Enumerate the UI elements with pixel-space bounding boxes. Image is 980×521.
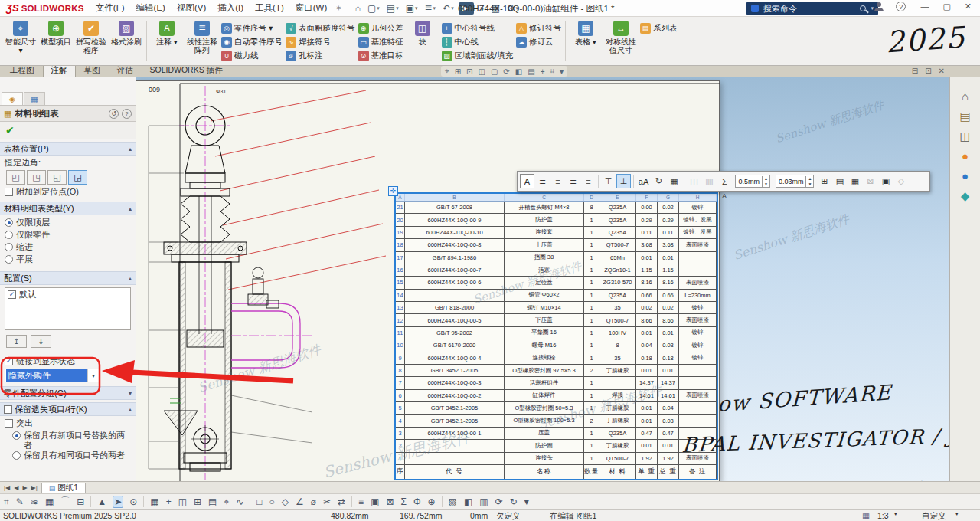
radio-button[interactable] <box>5 218 13 227</box>
toolbar-icon[interactable]: ↻ <box>509 496 518 507</box>
toolbar-icon[interactable]: Σ <box>400 496 407 507</box>
menu-item[interactable]: 工具(T) <box>250 1 289 15</box>
bom-type-option[interactable]: 仅限零件 <box>5 230 131 240</box>
toolbar-icon[interactable]: ▤ <box>207 496 217 507</box>
ribbon-button-拼写检验程序[interactable]: ✔拼写检验程序 <box>74 18 109 64</box>
border-icon[interactable]: ▦ <box>848 174 862 188</box>
bom-table-row[interactable]: 20600HZ44X-10Q-00-9防护盖1Q235A0.290.29镀锌、发… <box>396 213 717 225</box>
bom-table-row[interactable]: 21GB/T 67-2008开槽盘头螺钉 M4×88Q235A0.000.02镀… <box>396 202 717 213</box>
grid-icon[interactable]: ▦ <box>862 511 870 520</box>
graphics-area[interactable]: 009 Φ31 <box>136 77 949 481</box>
ribbon-button-磁力线[interactable]: ∪磁力线 <box>221 49 283 62</box>
corner-anchor-button[interactable]: ◱ <box>47 170 67 185</box>
ok-check-icon[interactable]: ✔ <box>5 124 15 136</box>
bom-table-row[interactable]: 10GB/T 6170-2000螺母 M16180.040.03镀锌 <box>396 339 717 351</box>
toolbar-icon[interactable]: ✎ <box>15 496 24 507</box>
strikeout-row[interactable]: 突出 <box>5 418 131 428</box>
align-middle-icon[interactable]: ⊥ <box>616 174 631 188</box>
help-icon[interactable]: ? <box>896 2 906 11</box>
strikeout-checkbox[interactable] <box>5 419 13 428</box>
bom-table-row[interactable]: 18600HZ44X-10Q-00-8上压盖1QT500-73.683.68表面… <box>396 238 717 251</box>
ribbon-button-自动零件序号[interactable]: ◉自动零件序号 <box>221 35 283 48</box>
scenes-icon[interactable]: ● <box>962 169 969 182</box>
ribbon-button-基准特征[interactable]: ▭基准特征 <box>358 35 403 48</box>
change-case-icon[interactable]: aA <box>636 174 651 188</box>
ribbon-button-几何公差[interactable]: ⊕几何公差 <box>358 21 403 34</box>
toolbar-icon[interactable]: ▦ <box>44 496 54 507</box>
bom-type-option[interactable]: 平展 <box>5 254 131 264</box>
align-top-icon[interactable]: ⊤ <box>601 174 616 188</box>
insert-column-icon[interactable]: ▤ <box>832 174 847 188</box>
custom-properties-icon[interactable]: ◆ <box>961 189 970 202</box>
align-justify-icon[interactable]: ≡ <box>581 174 596 188</box>
toolbar-icon[interactable]: ✂ <box>322 496 332 507</box>
toolbar-icon[interactable]: + <box>165 496 172 507</box>
note-format-icon[interactable]: A <box>520 174 534 188</box>
toolbar-icon[interactable]: ⊠ <box>385 496 394 507</box>
keep-missing-option[interactable]: 保留具有相同项目号的两者 <box>5 451 131 460</box>
view-tool-icon[interactable]: ⟳ <box>503 67 509 76</box>
cell-padding-horizontal-input[interactable]: 0.5mm▲▼ <box>735 175 770 188</box>
home-icon[interactable]: ⌂ <box>353 2 363 15</box>
bom-table-row[interactable]: 2防护圈1丁腈橡胶0.010.01 <box>396 439 717 451</box>
move-down-button[interactable]: ↧ <box>31 335 51 348</box>
bom-table-row[interactable]: 15600HZ44X-10Q-00-6定位盘1ZG310-5708.168.16… <box>396 276 717 288</box>
toolbar-icon[interactable]: ⊕ <box>427 496 436 507</box>
ribbon-button-线性注释阵列[interactable]: ≣线性注释阵列 <box>185 18 220 64</box>
view-tool-icon[interactable]: ⌗ <box>550 67 554 76</box>
menu-item[interactable]: 文件(F) <box>90 1 130 15</box>
minimize-button[interactable]: — <box>918 2 931 11</box>
ribbon-button-格式涂刷[interactable]: ▨格式涂刷 <box>109 18 144 64</box>
bom-table-row[interactable]: 3600HZ44X-10Q-00-1压盖1Q235A0.470.47 <box>396 427 717 439</box>
align-right-icon[interactable]: ≣ <box>566 174 580 188</box>
table-format-icon[interactable]: ▦ <box>667 174 681 188</box>
bom-table-row[interactable]: 17GB/T 894.1-1986挡圈 38165Mn0.010.01 <box>396 251 717 264</box>
view-tool-icon[interactable]: ⊡ <box>466 67 472 76</box>
bom-table-row[interactable]: 12600HZ44X-10Q-00-5下压盖1QT500-78.668.66表面… <box>396 313 717 326</box>
align-center-icon[interactable]: ≡ <box>550 174 565 188</box>
formula-icon[interactable]: Σ <box>717 174 732 188</box>
view-tool-icon[interactable]: ▾ <box>560 67 564 76</box>
delete-icon[interactable]: ⊠ <box>863 174 877 188</box>
ribbon-button-中心线[interactable]: ┆中心线 <box>442 35 513 48</box>
configuration-list[interactable]: ✓默认 <box>5 287 131 330</box>
view-tool-icon[interactable]: ◧ <box>515 67 522 76</box>
section-part-config-grouping[interactable]: 零件配置分组(G) ▾ <box>0 386 136 400</box>
align-left-icon[interactable]: ≣ <box>535 174 550 188</box>
ribbon-button-对称线性值尺寸[interactable]: ↔对称线性值尺寸 <box>603 18 639 64</box>
display-state-dropdown[interactable]: 隐藏外购件 ▾ <box>5 369 100 382</box>
corner-anchor-button[interactable]: ◳ <box>27 170 46 185</box>
toolbar-icon[interactable]: ⌒ <box>60 495 70 508</box>
split-cells-icon[interactable]: ▥ <box>702 174 717 188</box>
section-keep-missing[interactable]: 保留遗失项目/行(K) ▴ <box>0 402 136 416</box>
configuration-item[interactable]: ✓默认 <box>8 290 128 300</box>
document-window-button[interactable]: ✕ <box>939 67 945 75</box>
sheet-nav-button[interactable]: |◀ <box>3 484 11 491</box>
panel-help-icon[interactable]: ? <box>122 109 132 119</box>
menu-item[interactable]: 视图(V) <box>172 1 211 15</box>
file-explorer-icon[interactable]: ◫ <box>959 129 970 143</box>
attach-anchor-checkbox[interactable] <box>5 188 13 196</box>
document-window-button[interactable]: ⊡ <box>925 67 931 75</box>
search-caret-icon[interactable]: ▾ <box>871 5 874 11</box>
spinner-arrows[interactable]: ▲▼ <box>762 176 769 187</box>
view-tool-icon[interactable]: + <box>541 67 545 76</box>
toolbar-icon[interactable]: ▾ <box>524 496 530 507</box>
sheet-nav-button[interactable]: ◀ <box>13 484 19 491</box>
bom-table[interactable]: ABCDEFGH 21GB/T 67-2008开槽盘头螺钉 M4×88Q235A… <box>394 192 718 480</box>
insert-row-icon[interactable]: ⊞ <box>817 174 831 188</box>
toolbar-icon[interactable]: ⟳ <box>495 496 504 507</box>
toolbar-icon[interactable]: ⊙ <box>129 496 138 507</box>
toolbar-icon[interactable]: ▦ <box>149 496 159 507</box>
sheet-nav-button[interactable]: ▶ <box>21 484 28 491</box>
bom-table-row[interactable]: 4GB/T 3452.1-2005O型橡胶密封圈 100×5.32丁腈橡胶0.0… <box>396 414 717 426</box>
undo-panel-icon[interactable]: ↺ <box>109 109 119 119</box>
design-library-icon[interactable]: ▤ <box>959 110 970 123</box>
toolbar-icon[interactable]: ≋ <box>30 496 39 507</box>
ribbon-button-注释[interactable]: A注释 ▾ <box>149 18 185 64</box>
ribbon-button-块[interactable]: ◫块 <box>405 18 440 64</box>
toolbar-icon[interactable]: ▲ <box>96 496 107 507</box>
close-button[interactable]: ✕ <box>962 2 974 11</box>
ribbon-button-零件序号[interactable]: ◎零件序号 ▾ <box>221 21 283 34</box>
open-icon[interactable]: ▤▾ <box>384 2 401 15</box>
